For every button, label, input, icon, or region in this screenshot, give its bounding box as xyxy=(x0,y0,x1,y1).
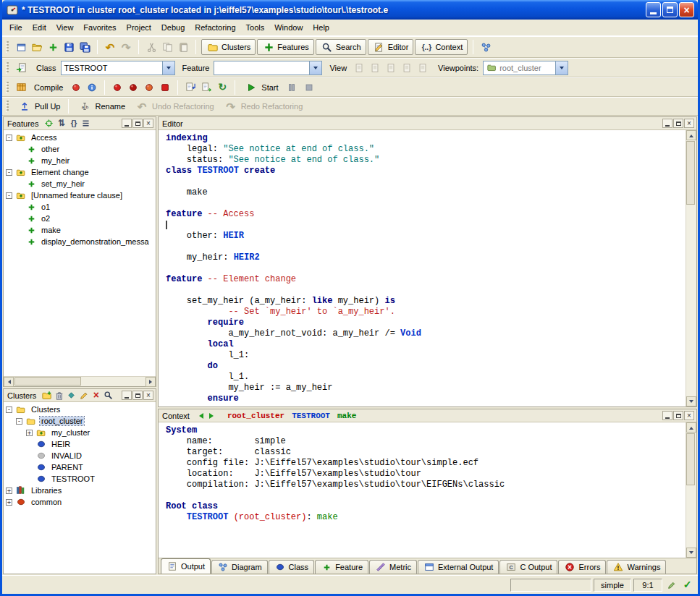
tree-item-clusters[interactable]: -Clusters xyxy=(4,404,156,415)
redo-refactoring-button[interactable]: ↷Redo Refactoring xyxy=(219,98,307,114)
scroll-thumb[interactable] xyxy=(686,433,695,485)
save-all-icon[interactable] xyxy=(77,39,93,55)
feature-combobox[interactable] xyxy=(214,61,322,75)
combobox-dropdown-button[interactable] xyxy=(555,61,568,74)
pause-button[interactable] xyxy=(284,80,300,95)
minimize-button[interactable] xyxy=(646,2,661,17)
scroll-thumb[interactable] xyxy=(14,377,81,386)
class-combobox[interactable]: TESTROOT xyxy=(61,61,175,75)
history-forward-icon[interactable] xyxy=(209,413,216,419)
tab-class[interactable]: Class xyxy=(269,560,315,574)
breadcrumb-testroot[interactable]: TESTROOT xyxy=(292,412,330,420)
step-into-icon[interactable] xyxy=(182,80,198,95)
toolbar-grip[interactable] xyxy=(6,101,9,112)
start-button[interactable]: Start xyxy=(240,80,282,95)
close-button[interactable]: × xyxy=(679,2,694,17)
toolbar-grip[interactable] xyxy=(6,62,9,74)
tab-c-output[interactable]: CC Output xyxy=(499,560,557,574)
menu-tools[interactable]: Tools xyxy=(241,21,270,34)
toolbar-grip[interactable] xyxy=(6,82,9,93)
finalize-icon[interactable] xyxy=(125,80,141,95)
tree-item-access[interactable]: -Access xyxy=(4,132,156,143)
view-flat-icon[interactable] xyxy=(383,60,399,76)
editor-close-button[interactable]: × xyxy=(684,119,694,128)
title-bar[interactable]: * TESTROOT in cluster root_cluster locat… xyxy=(2,0,698,20)
tree-item-testroot[interactable]: TESTROOT xyxy=(4,473,156,485)
redo-disabled-icon[interactable]: ↷ xyxy=(118,39,134,55)
context-panel-titlebar[interactable]: Context root_clusterTESTROOTmake × xyxy=(159,409,696,422)
updown-icon[interactable]: ⇅ xyxy=(55,118,67,129)
diamond-icon[interactable] xyxy=(65,390,77,401)
scroll-up-button[interactable] xyxy=(686,130,696,140)
list-icon[interactable] xyxy=(80,118,92,129)
menu-view[interactable]: View xyxy=(51,21,79,34)
menu-debug[interactable]: Debug xyxy=(156,21,190,34)
tab-metric[interactable]: Metric xyxy=(369,560,417,574)
tab-feature[interactable]: Feature xyxy=(315,560,368,574)
edit-icon[interactable] xyxy=(77,390,90,401)
precompile-icon[interactable] xyxy=(141,80,157,95)
collapse-icon[interactable]: - xyxy=(16,418,22,425)
scroll-down-button[interactable] xyxy=(686,396,696,406)
remove-icon[interactable]: × xyxy=(90,390,102,401)
menu-project[interactable]: Project xyxy=(122,21,156,34)
features-close-button[interactable]: × xyxy=(143,119,153,128)
menu-file[interactable]: File xyxy=(4,21,28,34)
tree-item-heir[interactable]: HEIR xyxy=(4,438,156,450)
rename-button[interactable]: abRename xyxy=(73,98,129,114)
collapse-icon[interactable]: - xyxy=(6,135,12,141)
scroll-track[interactable] xyxy=(686,140,696,396)
toggle-editor[interactable]: Editor xyxy=(368,39,414,55)
add-icon[interactable] xyxy=(45,39,61,55)
expand-icon[interactable]: + xyxy=(6,499,12,506)
clusters-panel-titlebar[interactable]: Clusters × × xyxy=(4,389,156,402)
menu-edit[interactable]: Edit xyxy=(28,21,51,34)
editor-minimize-button[interactable] xyxy=(662,119,672,128)
view-basic-icon[interactable] xyxy=(351,60,367,76)
tree-item-common[interactable]: +common xyxy=(4,496,156,508)
tree-item-libraries[interactable]: +Libraries xyxy=(4,485,156,496)
tab-diagram[interactable]: Diagram xyxy=(211,560,268,574)
toggle-features[interactable]: Features xyxy=(257,39,313,55)
context-maximize-button[interactable] xyxy=(673,411,683,420)
features-maximize-button[interactable] xyxy=(132,119,143,128)
tree-item-o1[interactable]: o1 xyxy=(4,201,156,213)
features-panel-titlebar[interactable]: Features ⇅{} × xyxy=(4,117,156,130)
info-icon[interactable] xyxy=(84,80,100,95)
tree-item-element-change[interactable]: -Element change xyxy=(4,166,156,178)
tree-item-o2[interactable]: o2 xyxy=(4,213,156,224)
search-small-icon[interactable] xyxy=(102,390,114,401)
history-back-icon[interactable] xyxy=(196,413,203,419)
scroll-track[interactable] xyxy=(686,433,696,548)
tab-external-output[interactable]: External Output xyxy=(418,560,499,574)
breadcrumb-make[interactable]: make xyxy=(337,412,356,420)
context-output-area[interactable]: System name: simple target: classic conf… xyxy=(159,422,686,558)
menu-window[interactable]: Window xyxy=(269,21,308,34)
toggle-clusters[interactable]: Clusters xyxy=(201,39,256,55)
features-minimize-button[interactable] xyxy=(122,119,132,128)
tree-item-other[interactable]: other xyxy=(4,143,156,155)
tree-item-my-cluster[interactable]: +my_cluster xyxy=(4,427,156,438)
expand-icon[interactable]: + xyxy=(6,488,12,494)
editable-state-button[interactable] xyxy=(665,578,678,592)
paste-icon[interactable] xyxy=(175,39,191,55)
view-contract-icon[interactable] xyxy=(399,60,415,76)
clusters-minimize-button[interactable] xyxy=(122,391,132,400)
copy-icon[interactable] xyxy=(159,39,175,55)
clusters-close-button[interactable]: × xyxy=(143,391,153,400)
cancel-compile-icon[interactable] xyxy=(157,80,173,95)
tree-item-make[interactable]: make xyxy=(4,224,156,236)
viewpoints-combobox[interactable]: root_cluster xyxy=(483,61,568,75)
scroll-down-button[interactable] xyxy=(686,548,696,558)
tree-item-unnamed-feature-clause[interactable]: -[Unnamed feature clause] xyxy=(4,190,156,201)
tree-item-set-my-heir[interactable]: set_my_heir xyxy=(4,178,156,190)
freeze-icon[interactable] xyxy=(109,80,125,95)
clusters-maximize-button[interactable] xyxy=(132,391,143,400)
expand-icon[interactable]: + xyxy=(26,430,33,436)
maximize-button[interactable] xyxy=(662,2,678,17)
tree-item-display-demonstration-messa[interactable]: display_demonstration_messa xyxy=(4,236,156,247)
toggle-context[interactable]: {..}Context xyxy=(415,39,468,55)
new-window-icon[interactable] xyxy=(13,39,29,55)
editor-code-area[interactable]: indexing legal: "See notice at end of cl… xyxy=(159,130,686,406)
scroll-left-button[interactable] xyxy=(4,377,14,387)
